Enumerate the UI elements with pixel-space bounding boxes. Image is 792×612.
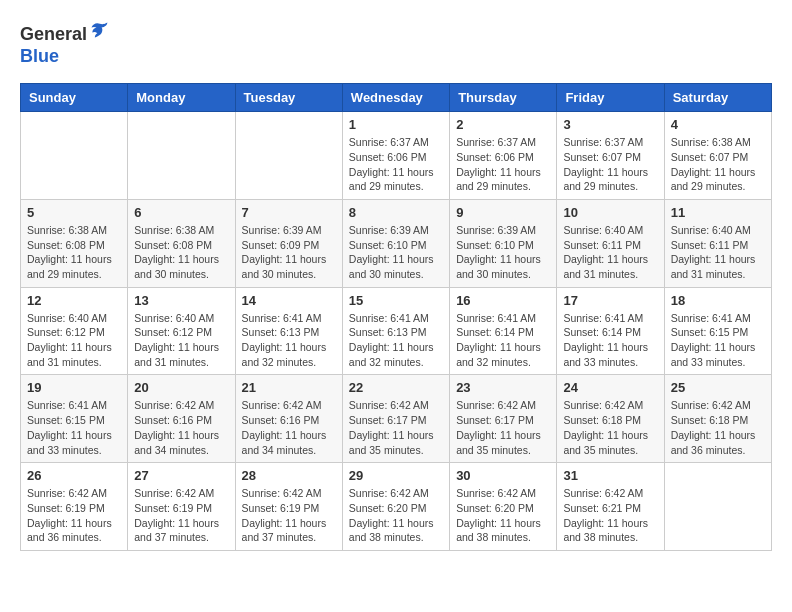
day-number: 6 — [134, 205, 228, 220]
day-info: Sunrise: 6:40 AMSunset: 6:12 PMDaylight:… — [134, 311, 228, 370]
day-cell: 4Sunrise: 6:38 AMSunset: 6:07 PMDaylight… — [664, 112, 771, 200]
day-cell: 15Sunrise: 6:41 AMSunset: 6:13 PMDayligh… — [342, 287, 449, 375]
col-header-friday: Friday — [557, 84, 664, 112]
day-info: Sunrise: 6:42 AMSunset: 6:19 PMDaylight:… — [27, 486, 121, 545]
day-number: 16 — [456, 293, 550, 308]
day-number: 1 — [349, 117, 443, 132]
day-number: 24 — [563, 380, 657, 395]
day-info: Sunrise: 6:38 AMSunset: 6:08 PMDaylight:… — [27, 223, 121, 282]
day-cell: 29Sunrise: 6:42 AMSunset: 6:20 PMDayligh… — [342, 463, 449, 551]
day-number: 25 — [671, 380, 765, 395]
col-header-monday: Monday — [128, 84, 235, 112]
day-number: 30 — [456, 468, 550, 483]
day-number: 26 — [27, 468, 121, 483]
day-cell: 31Sunrise: 6:42 AMSunset: 6:21 PMDayligh… — [557, 463, 664, 551]
day-cell: 19Sunrise: 6:41 AMSunset: 6:15 PMDayligh… — [21, 375, 128, 463]
logo-blue: Blue — [20, 46, 59, 66]
day-number: 12 — [27, 293, 121, 308]
day-cell: 25Sunrise: 6:42 AMSunset: 6:18 PMDayligh… — [664, 375, 771, 463]
day-cell: 1Sunrise: 6:37 AMSunset: 6:06 PMDaylight… — [342, 112, 449, 200]
day-info: Sunrise: 6:42 AMSunset: 6:20 PMDaylight:… — [456, 486, 550, 545]
day-cell: 3Sunrise: 6:37 AMSunset: 6:07 PMDaylight… — [557, 112, 664, 200]
day-cell: 30Sunrise: 6:42 AMSunset: 6:20 PMDayligh… — [450, 463, 557, 551]
day-number: 23 — [456, 380, 550, 395]
day-number: 7 — [242, 205, 336, 220]
day-number: 8 — [349, 205, 443, 220]
col-header-wednesday: Wednesday — [342, 84, 449, 112]
day-number: 15 — [349, 293, 443, 308]
day-cell: 11Sunrise: 6:40 AMSunset: 6:11 PMDayligh… — [664, 199, 771, 287]
day-info: Sunrise: 6:41 AMSunset: 6:13 PMDaylight:… — [242, 311, 336, 370]
day-cell: 14Sunrise: 6:41 AMSunset: 6:13 PMDayligh… — [235, 287, 342, 375]
day-cell: 16Sunrise: 6:41 AMSunset: 6:14 PMDayligh… — [450, 287, 557, 375]
day-info: Sunrise: 6:41 AMSunset: 6:14 PMDaylight:… — [456, 311, 550, 370]
day-number: 13 — [134, 293, 228, 308]
day-info: Sunrise: 6:37 AMSunset: 6:07 PMDaylight:… — [563, 135, 657, 194]
day-info: Sunrise: 6:41 AMSunset: 6:15 PMDaylight:… — [671, 311, 765, 370]
day-cell: 7Sunrise: 6:39 AMSunset: 6:09 PMDaylight… — [235, 199, 342, 287]
day-info: Sunrise: 6:39 AMSunset: 6:10 PMDaylight:… — [456, 223, 550, 282]
day-info: Sunrise: 6:42 AMSunset: 6:17 PMDaylight:… — [456, 398, 550, 457]
day-number: 9 — [456, 205, 550, 220]
day-info: Sunrise: 6:42 AMSunset: 6:16 PMDaylight:… — [134, 398, 228, 457]
day-cell: 13Sunrise: 6:40 AMSunset: 6:12 PMDayligh… — [128, 287, 235, 375]
day-cell: 21Sunrise: 6:42 AMSunset: 6:16 PMDayligh… — [235, 375, 342, 463]
day-info: Sunrise: 6:42 AMSunset: 6:19 PMDaylight:… — [242, 486, 336, 545]
day-cell: 6Sunrise: 6:38 AMSunset: 6:08 PMDaylight… — [128, 199, 235, 287]
day-cell: 8Sunrise: 6:39 AMSunset: 6:10 PMDaylight… — [342, 199, 449, 287]
week-row-2: 5Sunrise: 6:38 AMSunset: 6:08 PMDaylight… — [21, 199, 772, 287]
day-number: 22 — [349, 380, 443, 395]
day-info: Sunrise: 6:41 AMSunset: 6:14 PMDaylight:… — [563, 311, 657, 370]
day-cell: 23Sunrise: 6:42 AMSunset: 6:17 PMDayligh… — [450, 375, 557, 463]
logo: General Blue — [20, 20, 109, 67]
day-number: 5 — [27, 205, 121, 220]
day-info: Sunrise: 6:41 AMSunset: 6:13 PMDaylight:… — [349, 311, 443, 370]
day-info: Sunrise: 6:42 AMSunset: 6:19 PMDaylight:… — [134, 486, 228, 545]
day-cell: 2Sunrise: 6:37 AMSunset: 6:06 PMDaylight… — [450, 112, 557, 200]
col-header-saturday: Saturday — [664, 84, 771, 112]
day-cell: 5Sunrise: 6:38 AMSunset: 6:08 PMDaylight… — [21, 199, 128, 287]
day-number: 29 — [349, 468, 443, 483]
week-row-5: 26Sunrise: 6:42 AMSunset: 6:19 PMDayligh… — [21, 463, 772, 551]
day-info: Sunrise: 6:42 AMSunset: 6:20 PMDaylight:… — [349, 486, 443, 545]
day-number: 18 — [671, 293, 765, 308]
calendar-table: SundayMondayTuesdayWednesdayThursdayFrid… — [20, 83, 772, 551]
day-number: 28 — [242, 468, 336, 483]
day-number: 2 — [456, 117, 550, 132]
day-info: Sunrise: 6:40 AMSunset: 6:12 PMDaylight:… — [27, 311, 121, 370]
day-cell — [664, 463, 771, 551]
day-info: Sunrise: 6:42 AMSunset: 6:18 PMDaylight:… — [671, 398, 765, 457]
day-cell: 12Sunrise: 6:40 AMSunset: 6:12 PMDayligh… — [21, 287, 128, 375]
day-cell: 24Sunrise: 6:42 AMSunset: 6:18 PMDayligh… — [557, 375, 664, 463]
day-info: Sunrise: 6:38 AMSunset: 6:08 PMDaylight:… — [134, 223, 228, 282]
day-info: Sunrise: 6:39 AMSunset: 6:10 PMDaylight:… — [349, 223, 443, 282]
day-info: Sunrise: 6:37 AMSunset: 6:06 PMDaylight:… — [456, 135, 550, 194]
day-cell — [235, 112, 342, 200]
day-number: 14 — [242, 293, 336, 308]
day-cell: 9Sunrise: 6:39 AMSunset: 6:10 PMDaylight… — [450, 199, 557, 287]
day-number: 10 — [563, 205, 657, 220]
week-row-3: 12Sunrise: 6:40 AMSunset: 6:12 PMDayligh… — [21, 287, 772, 375]
day-cell: 27Sunrise: 6:42 AMSunset: 6:19 PMDayligh… — [128, 463, 235, 551]
day-number: 11 — [671, 205, 765, 220]
day-info: Sunrise: 6:40 AMSunset: 6:11 PMDaylight:… — [671, 223, 765, 282]
col-header-thursday: Thursday — [450, 84, 557, 112]
day-info: Sunrise: 6:42 AMSunset: 6:16 PMDaylight:… — [242, 398, 336, 457]
calendar-header-row: SundayMondayTuesdayWednesdayThursdayFrid… — [21, 84, 772, 112]
col-header-sunday: Sunday — [21, 84, 128, 112]
day-info: Sunrise: 6:39 AMSunset: 6:09 PMDaylight:… — [242, 223, 336, 282]
day-info: Sunrise: 6:38 AMSunset: 6:07 PMDaylight:… — [671, 135, 765, 194]
day-info: Sunrise: 6:41 AMSunset: 6:15 PMDaylight:… — [27, 398, 121, 457]
day-info: Sunrise: 6:37 AMSunset: 6:06 PMDaylight:… — [349, 135, 443, 194]
week-row-4: 19Sunrise: 6:41 AMSunset: 6:15 PMDayligh… — [21, 375, 772, 463]
day-cell: 20Sunrise: 6:42 AMSunset: 6:16 PMDayligh… — [128, 375, 235, 463]
day-number: 3 — [563, 117, 657, 132]
day-info: Sunrise: 6:42 AMSunset: 6:17 PMDaylight:… — [349, 398, 443, 457]
day-cell: 26Sunrise: 6:42 AMSunset: 6:19 PMDayligh… — [21, 463, 128, 551]
day-cell: 17Sunrise: 6:41 AMSunset: 6:14 PMDayligh… — [557, 287, 664, 375]
day-cell — [21, 112, 128, 200]
day-cell: 10Sunrise: 6:40 AMSunset: 6:11 PMDayligh… — [557, 199, 664, 287]
logo-general: General — [20, 24, 87, 44]
logo-bird-icon — [89, 20, 109, 40]
day-number: 21 — [242, 380, 336, 395]
